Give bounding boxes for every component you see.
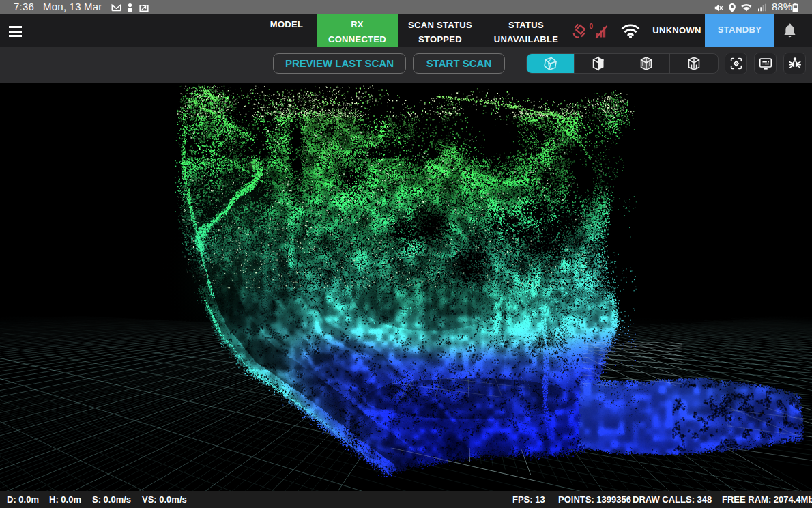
svg-text:0: 0 [590,23,594,30]
